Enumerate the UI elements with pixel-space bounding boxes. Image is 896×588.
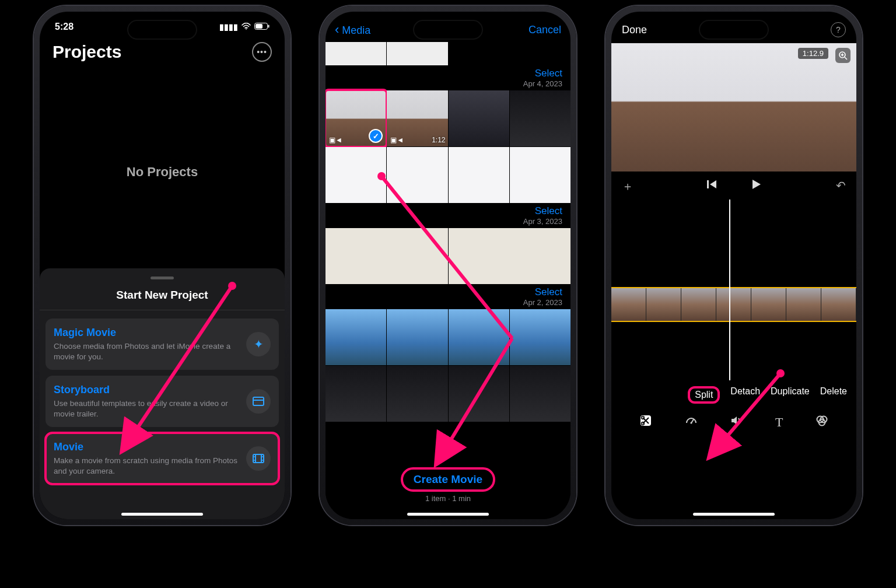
- delete-button[interactable]: Delete: [820, 386, 847, 404]
- media-thumb[interactable]: [326, 147, 386, 203]
- select-button[interactable]: Select: [535, 205, 562, 217]
- card-desc: Use beautiful templates to easily create…: [54, 398, 238, 419]
- transport-bar: ＋ ↶: [611, 172, 856, 200]
- media-thumb[interactable]: [326, 309, 386, 365]
- battery-icon: [254, 22, 270, 32]
- sheet-grabber[interactable]: [150, 276, 174, 279]
- phone-media-picker: ‹ Media Moments Cancel Select Apr 4, 202…: [320, 6, 576, 525]
- card-title: Magic Movie: [54, 327, 238, 339]
- phone-projects: 5:28 ▮▮▮▮ Projects ••• No Projects: [34, 6, 290, 525]
- filters-icon[interactable]: [816, 414, 828, 430]
- scissors-icon[interactable]: [639, 414, 652, 430]
- video-icon: ▣◄: [329, 136, 342, 144]
- titles-icon[interactable]: T: [775, 415, 783, 430]
- checkmark-icon: ✓: [369, 129, 383, 143]
- media-thumb[interactable]: [449, 228, 571, 284]
- media-thumb[interactable]: [387, 42, 447, 65]
- help-button[interactable]: ?: [831, 22, 846, 37]
- clip-strip[interactable]: [611, 287, 856, 322]
- media-thumb[interactable]: [387, 147, 447, 203]
- duration-label: 1:12: [432, 136, 445, 144]
- timeline[interactable]: [611, 200, 856, 380]
- clip-frame: [681, 288, 716, 321]
- svg-point-0: [246, 29, 247, 30]
- clip-frame: [821, 288, 856, 321]
- media-thumb[interactable]: ▣◄ 1:12: [387, 90, 447, 146]
- tutorial-composite: 5:28 ▮▮▮▮ Projects ••• No Projects: [0, 0, 896, 588]
- add-media-button[interactable]: ＋: [622, 178, 634, 194]
- dynamic-island: [413, 20, 483, 40]
- skip-back-button[interactable]: [706, 178, 718, 194]
- signal-icon: ▮▮▮▮: [219, 22, 238, 32]
- cancel-button[interactable]: Cancel: [528, 24, 561, 36]
- media-thumb[interactable]: [387, 309, 447, 365]
- detach-button[interactable]: Detach: [730, 386, 760, 404]
- new-project-sheet: Start New Project Magic Movie Choose med…: [40, 268, 285, 519]
- dynamic-island: [699, 20, 769, 40]
- svg-rect-3: [256, 24, 262, 29]
- chevron-left-icon: ‹: [335, 22, 339, 37]
- select-button[interactable]: Select: [535, 286, 562, 298]
- section-date: Apr 4, 2023: [523, 79, 562, 88]
- card-desc: Make a movie from scratch using media fr…: [54, 456, 238, 476]
- duplicate-button[interactable]: Duplicate: [771, 386, 810, 404]
- speed-icon[interactable]: [685, 414, 698, 430]
- timecode-label: 1:12.9: [798, 48, 828, 59]
- svg-line-19: [845, 57, 847, 60]
- playhead[interactable]: [729, 200, 730, 380]
- home-indicator[interactable]: [121, 513, 203, 516]
- media-thumb[interactable]: [510, 90, 570, 146]
- card-title: Movie: [54, 441, 238, 453]
- zoom-button[interactable]: [835, 48, 850, 63]
- split-button[interactable]: Split: [688, 386, 720, 404]
- wifi-icon: [242, 22, 251, 32]
- storyboard-card[interactable]: Storyboard Use beautiful templates to ea…: [46, 376, 279, 427]
- media-thumb[interactable]: [449, 309, 509, 365]
- status-time: 5:28: [55, 22, 74, 32]
- media-thumb[interactable]: [449, 147, 509, 203]
- section-date: Apr 2, 2023: [523, 298, 562, 307]
- media-thumb[interactable]: [510, 366, 570, 422]
- storyboard-icon: [246, 389, 271, 414]
- magic-wand-icon: ✦: [246, 332, 271, 356]
- select-button[interactable]: Select: [535, 68, 562, 79]
- media-thumb[interactable]: [449, 90, 509, 146]
- media-thumb[interactable]: [326, 228, 448, 284]
- media-thumb[interactable]: [326, 42, 386, 65]
- empty-state-label: No Projects: [40, 65, 285, 180]
- play-button[interactable]: [750, 178, 762, 194]
- film-icon: [246, 446, 271, 471]
- more-button[interactable]: •••: [252, 42, 272, 62]
- volume-icon[interactable]: [730, 414, 743, 430]
- home-indicator[interactable]: [693, 513, 775, 516]
- phone-editor: Done My Movie ? 1:12.9 ＋ ↶: [606, 6, 862, 525]
- create-movie-button[interactable]: Create Movie: [401, 467, 495, 492]
- clip-frame: [786, 288, 821, 321]
- video-preview[interactable]: 1:12.9: [611, 43, 856, 172]
- card-title: Storyboard: [54, 384, 238, 396]
- svg-point-27: [690, 422, 692, 424]
- clip-frame: [611, 288, 646, 321]
- media-thumb[interactable]: [510, 147, 570, 203]
- back-media-button[interactable]: ‹ Media: [335, 22, 370, 37]
- page-title: Projects: [52, 42, 121, 62]
- media-thumb[interactable]: [510, 309, 570, 365]
- clip-actions: Split Detach Duplicate Delete: [611, 380, 856, 407]
- done-button[interactable]: Done: [622, 24, 647, 36]
- undo-button[interactable]: ↶: [836, 178, 846, 192]
- editor-toolbar: T: [611, 407, 856, 430]
- magic-movie-card[interactable]: Magic Movie Choose media from Photos and…: [46, 318, 279, 370]
- divider: [40, 310, 285, 310]
- home-indicator[interactable]: [407, 513, 489, 516]
- video-icon: ▣◄: [390, 136, 404, 144]
- section-date: Apr 3, 2023: [523, 217, 562, 226]
- media-thumb[interactable]: [326, 366, 386, 422]
- clip-frame: [716, 288, 751, 321]
- movie-card[interactable]: Movie Make a movie from scratch using me…: [46, 433, 279, 484]
- svg-rect-4: [253, 397, 264, 405]
- card-desc: Choose media from Photos and let iMovie …: [54, 341, 238, 362]
- media-thumb[interactable]: [387, 366, 447, 422]
- media-thumb-selected[interactable]: ▣◄ ✓: [326, 90, 386, 146]
- svg-rect-2: [268, 25, 270, 28]
- media-thumb[interactable]: [449, 366, 509, 422]
